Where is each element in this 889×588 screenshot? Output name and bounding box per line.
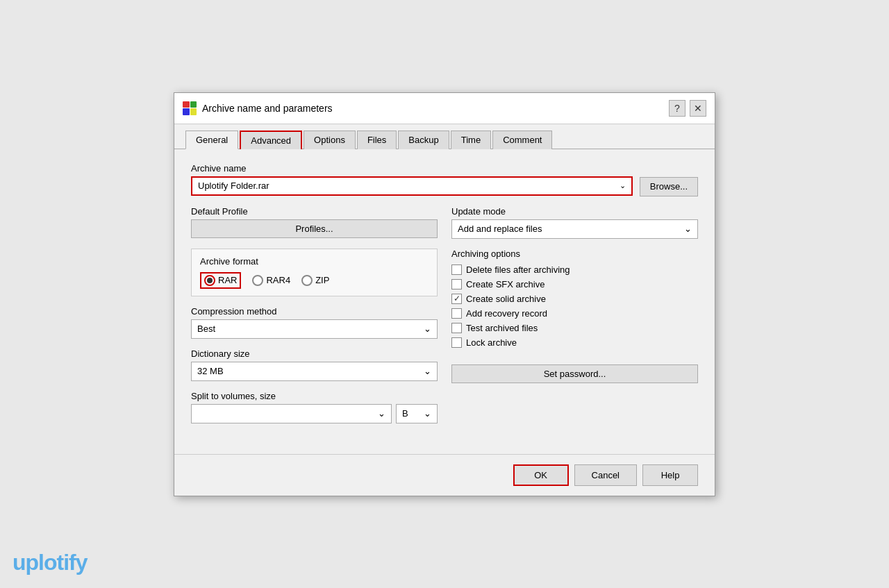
- radio-rar-inner: [207, 278, 213, 283]
- dictionary-label: Dictionary size: [191, 348, 438, 359]
- checkbox-lock-archive-label: Lock archive: [466, 337, 517, 348]
- checkbox-test-archived-box: [451, 323, 462, 333]
- compression-label: Compression method: [191, 306, 438, 317]
- tab-time[interactable]: Time: [451, 131, 491, 149]
- split-unit-dropdown[interactable]: B ⌄: [396, 404, 438, 423]
- watermark-highlight: tify: [57, 550, 88, 575]
- split-volumes-row-wrap: Split to volumes, size ⌄ B ⌄: [191, 391, 438, 423]
- archive-format-radio-group: RAR RAR4 ZIP: [200, 272, 429, 289]
- split-volumes-label: Split to volumes, size: [191, 391, 438, 401]
- title-bar: Archive name and parameters ? ✕: [174, 93, 715, 124]
- update-mode-arrow: ⌄: [684, 224, 692, 234]
- dialog-content: Archive name Uplotify Folder.rar ⌄ Brows…: [174, 149, 715, 447]
- compression-dropdown[interactable]: Best ⌄: [191, 319, 438, 339]
- split-unit-arrow: ⌄: [424, 408, 431, 419]
- tab-bar: General Advanced Options Files Backup Ti…: [174, 124, 715, 149]
- dictionary-arrow: ⌄: [424, 366, 431, 376]
- cancel-button[interactable]: Cancel: [574, 464, 637, 486]
- split-input-arrow: ⌄: [378, 408, 385, 419]
- compression-arrow: ⌄: [424, 324, 431, 334]
- checkbox-delete-files[interactable]: Delete files after archiving: [451, 264, 698, 275]
- set-password-wrap: Set password...: [451, 364, 698, 383]
- app-icon: [183, 101, 197, 115]
- radio-rar-label: RAR: [218, 275, 237, 285]
- radio-rar4[interactable]: RAR4: [252, 275, 290, 286]
- watermark: uplotify: [13, 550, 88, 576]
- checkbox-add-recovery[interactable]: Add recovery record: [451, 308, 698, 319]
- compression-row: Compression method Best ⌄: [191, 306, 438, 339]
- archive-format-title: Archive format: [200, 256, 429, 267]
- update-mode-section: Update mode Add and replace files ⌄: [451, 206, 698, 239]
- checkbox-create-solid-label: Create solid archive: [466, 294, 546, 304]
- tab-files[interactable]: Files: [357, 131, 397, 149]
- radio-zip-outer: [301, 275, 313, 286]
- browse-button[interactable]: Browse...: [640, 177, 698, 196]
- archive-name-label: Archive name: [191, 163, 633, 174]
- update-mode-dropdown[interactable]: Add and replace files ⌄: [451, 219, 698, 239]
- tab-comment[interactable]: Comment: [492, 131, 552, 149]
- help-button[interactable]: Help: [642, 464, 698, 486]
- dictionary-dropdown[interactable]: 32 MB ⌄: [191, 362, 438, 381]
- dialog-title: Archive name and parameters: [202, 103, 663, 114]
- update-mode-label: Update mode: [451, 206, 698, 217]
- tab-options[interactable]: Options: [304, 131, 356, 149]
- split-volumes-input[interactable]: ⌄: [191, 404, 392, 423]
- archive-dialog: Archive name and parameters ? ✕ General …: [174, 92, 715, 496]
- checkbox-create-sfx-box: [451, 279, 462, 289]
- checkbox-delete-files-box: [451, 264, 462, 275]
- right-column: Archiving options Delete files after arc…: [451, 249, 698, 433]
- profiles-button[interactable]: Profiles...: [191, 219, 438, 238]
- default-profile-section: Default Profile Profiles...: [191, 206, 438, 239]
- archive-name-row: Archive name Uplotify Folder.rar ⌄ Brows…: [191, 163, 698, 196]
- ok-button[interactable]: OK: [513, 464, 569, 486]
- archive-name-input[interactable]: Uplotify Folder.rar ⌄: [191, 176, 633, 196]
- set-password-button[interactable]: Set password...: [451, 364, 698, 383]
- checkbox-add-recovery-label: Add recovery record: [466, 308, 547, 319]
- dictionary-row: Dictionary size 32 MB ⌄: [191, 348, 438, 381]
- tab-general[interactable]: General: [185, 131, 238, 149]
- checkbox-test-archived[interactable]: Test archived files: [451, 323, 698, 333]
- tab-backup[interactable]: Backup: [398, 131, 449, 149]
- checkbox-add-recovery-box: [451, 308, 462, 319]
- radio-rar4-outer: [252, 275, 263, 286]
- archive-name-dropdown-arrow: ⌄: [620, 181, 626, 190]
- radio-rar[interactable]: RAR: [200, 272, 241, 289]
- archiving-options-title: Archiving options: [451, 249, 698, 259]
- checkbox-create-solid[interactable]: ✓ Create solid archive: [451, 294, 698, 304]
- radio-zip-label: ZIP: [315, 275, 329, 285]
- checkbox-lock-archive[interactable]: Lock archive: [451, 337, 698, 348]
- radio-rar4-label: RAR4: [266, 275, 290, 285]
- checkbox-create-sfx[interactable]: Create SFX archive: [451, 279, 698, 289]
- help-title-btn[interactable]: ?: [669, 100, 686, 117]
- radio-zip[interactable]: ZIP: [301, 275, 329, 286]
- format-options-row: Archive format RAR RAR4: [191, 249, 698, 433]
- left-column: Archive format RAR RAR4: [191, 249, 438, 433]
- default-profile-label: Default Profile: [191, 206, 438, 217]
- checkmark-create-solid: ✓: [454, 294, 460, 303]
- title-bar-buttons: ? ✕: [669, 100, 706, 117]
- archiving-options-section: Archiving options Delete files after arc…: [451, 249, 698, 348]
- checkbox-create-sfx-label: Create SFX archive: [466, 279, 545, 289]
- checkbox-test-archived-label: Test archived files: [466, 323, 538, 333]
- checkbox-delete-files-label: Delete files after archiving: [466, 264, 570, 275]
- archive-format-section: Archive format RAR RAR4: [191, 249, 438, 296]
- split-volumes-inputs: ⌄ B ⌄: [191, 404, 438, 423]
- watermark-prefix: uplo: [13, 550, 57, 575]
- checkbox-lock-archive-box: [451, 337, 462, 348]
- close-title-btn[interactable]: ✕: [690, 100, 706, 117]
- checkbox-create-solid-box: ✓: [451, 294, 462, 304]
- dialog-footer: OK Cancel Help: [174, 454, 715, 496]
- radio-rar-outer: [204, 275, 215, 286]
- profile-updatemode-row: Default Profile Profiles... Update mode …: [191, 206, 698, 239]
- tab-advanced[interactable]: Advanced: [240, 131, 302, 149]
